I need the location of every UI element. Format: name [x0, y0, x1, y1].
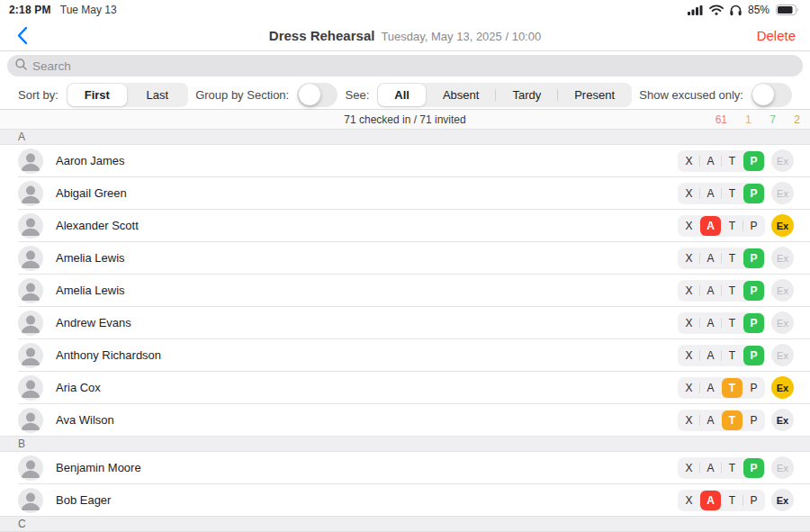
status-option-x[interactable]: X	[679, 491, 699, 510]
status-option-t[interactable]: T	[722, 458, 742, 478]
excused-button[interactable]: Ex	[771, 376, 794, 399]
attendance-controls: XATPEx	[678, 182, 794, 204]
attendance-controls: XATPEx	[678, 409, 794, 431]
status-segmented-control: XATP	[678, 215, 765, 237]
group-by-section-toggle[interactable]	[297, 83, 338, 107]
status-option-x[interactable]: X	[679, 151, 699, 171]
status-option-t[interactable]: T	[722, 248, 742, 268]
excused-button: Ex	[771, 344, 794, 366]
person-name: Andrew Evans	[56, 316, 131, 329]
see-option-present[interactable]: Present	[558, 84, 631, 106]
status-option-x[interactable]: X	[679, 458, 699, 478]
status-option-p[interactable]: P	[743, 216, 764, 236]
sort-option-last[interactable]: Last	[128, 84, 187, 106]
see-option-all[interactable]: All	[378, 84, 426, 106]
status-option-p[interactable]: P	[743, 184, 764, 203]
person-avatar-icon	[18, 181, 43, 206]
status-option-p[interactable]: P	[743, 313, 764, 333]
section-header-c: C	[0, 516, 810, 532]
attendance-controls: XATPEx	[678, 279, 794, 302]
person-row: Abigail GreenXATPEx	[0, 177, 810, 209]
person-avatar-icon	[18, 278, 43, 303]
status-option-a[interactable]: A	[700, 378, 721, 398]
toggle-knob	[299, 84, 320, 105]
summary-bar: 71 checked in / 71 invited 61172	[0, 110, 810, 129]
status-option-t[interactable]: T	[722, 346, 742, 365]
status-option-x[interactable]: X	[679, 248, 699, 268]
status-option-p[interactable]: P	[743, 491, 764, 510]
attendance-list[interactable]: AAaron JamesXATPExAbigail GreenXATPExAle…	[0, 129, 810, 532]
status-segmented-control: XATP	[678, 377, 765, 399]
see-segmented-control: AllAbsentTardyPresent	[377, 83, 632, 107]
status-count: 2	[793, 113, 800, 126]
status-counts: 61172	[716, 110, 800, 129]
status-option-a[interactable]: A	[700, 313, 721, 333]
excused-button: Ex	[771, 311, 794, 334]
back-button[interactable]	[16, 26, 29, 44]
status-option-p[interactable]: P	[743, 458, 764, 478]
person-row: Andrew EvansXATPEx	[0, 307, 810, 338]
search-input[interactable]: Search	[7, 55, 803, 77]
status-option-x[interactable]: X	[679, 378, 699, 398]
battery-icon	[776, 5, 799, 15]
show-excused-toggle[interactable]	[752, 83, 792, 107]
status-option-p[interactable]: P	[743, 378, 764, 398]
person-row: Aria CoxXATPEx	[0, 372, 810, 403]
excused-button[interactable]: Ex	[771, 409, 794, 431]
person-name: Benjamin Moore	[56, 461, 141, 474]
headphones-icon	[730, 5, 742, 16]
show-excused-group: Show excused only:	[639, 83, 792, 107]
status-option-t[interactable]: T	[722, 491, 742, 510]
status-segmented-control: XATP	[678, 312, 765, 334]
attendance-controls: XATPEx	[678, 214, 794, 237]
status-option-x[interactable]: X	[679, 313, 699, 333]
status-option-a[interactable]: A	[700, 281, 721, 301]
toggle-knob	[752, 84, 774, 105]
status-option-t[interactable]: T	[722, 281, 742, 301]
status-option-a[interactable]: A	[700, 184, 721, 203]
status-option-t[interactable]: T	[722, 378, 742, 398]
status-option-p[interactable]: P	[743, 248, 764, 268]
status-option-p[interactable]: P	[743, 151, 764, 171]
sort-by-label: Sort by:	[18, 88, 58, 102]
excused-button: Ex	[771, 182, 794, 204]
status-option-x[interactable]: X	[679, 216, 699, 236]
status-option-t[interactable]: T	[722, 313, 742, 333]
see-option-absent[interactable]: Absent	[427, 84, 495, 106]
person-name: Anthony Richardson	[56, 348, 161, 362]
status-option-p[interactable]: P	[743, 346, 764, 365]
status-segmented-control: XATP	[678, 248, 765, 269]
status-option-a[interactable]: A	[700, 491, 721, 510]
status-option-p[interactable]: P	[743, 281, 764, 301]
person-avatar-icon	[18, 149, 43, 174]
status-option-a[interactable]: A	[700, 216, 721, 236]
status-option-x[interactable]: X	[679, 346, 699, 365]
person-avatar-icon	[18, 488, 43, 513]
excused-button[interactable]: Ex	[771, 489, 794, 511]
person-row: Bob EagerXATPEx	[0, 484, 810, 516]
status-option-x[interactable]: X	[679, 410, 699, 430]
attendance-controls: XATPEx	[678, 456, 794, 479]
excused-button: Ex	[771, 149, 794, 172]
status-option-x[interactable]: X	[679, 184, 699, 203]
status-option-t[interactable]: T	[722, 184, 742, 203]
status-option-a[interactable]: A	[700, 248, 721, 268]
status-option-a[interactable]: A	[700, 458, 721, 478]
sort-option-first[interactable]: First	[68, 84, 127, 106]
status-option-x[interactable]: X	[679, 281, 699, 301]
status-segmented-control: XATP	[678, 410, 765, 431]
status-option-t[interactable]: T	[722, 410, 742, 430]
person-avatar-icon	[18, 408, 43, 433]
status-option-a[interactable]: A	[700, 410, 721, 430]
status-option-t[interactable]: T	[722, 216, 742, 236]
status-option-a[interactable]: A	[700, 151, 721, 171]
status-option-t[interactable]: T	[722, 151, 742, 171]
status-segmented-control: XATP	[678, 345, 765, 366]
see-option-tardy[interactable]: Tardy	[496, 84, 557, 106]
status-option-a[interactable]: A	[700, 346, 721, 365]
status-option-p[interactable]: P	[743, 410, 764, 430]
delete-button[interactable]: Delete	[757, 28, 796, 43]
event-title: Dress Rehearsal	[269, 28, 375, 43]
excused-button[interactable]: Ex	[771, 214, 794, 237]
excused-button: Ex	[771, 247, 794, 269]
